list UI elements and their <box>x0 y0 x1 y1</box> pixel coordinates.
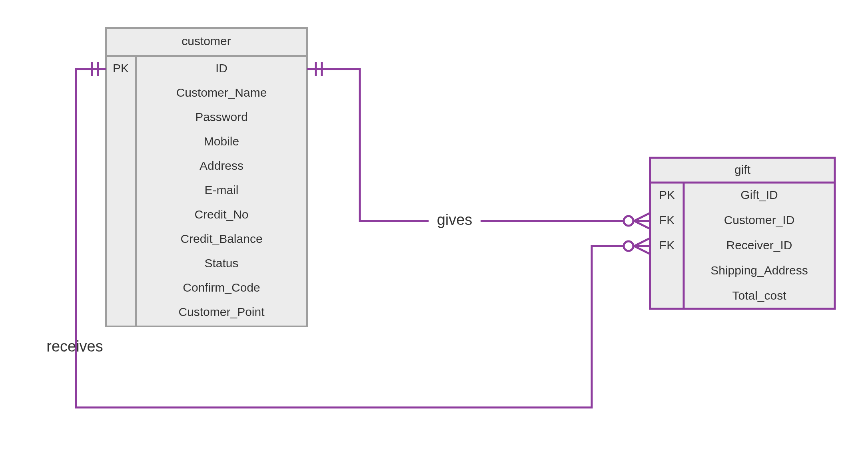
relationship-receives-label: receives <box>46 338 103 355</box>
customer-attr-7: Credit_Balance <box>180 232 262 245</box>
gift-attr-4: Total_cost <box>732 289 786 302</box>
gift-key-0: PK <box>659 188 675 201</box>
customer-attr-0: ID <box>216 62 227 75</box>
relationship-gives-label: gives <box>437 211 473 228</box>
gift-attr-2: Receiver_ID <box>726 238 792 252</box>
gift-attr-0: Gift_ID <box>740 188 778 201</box>
entity-gift-title: gift <box>734 163 751 176</box>
customer-attr-1: Customer_Name <box>176 86 267 99</box>
customer-attr-8: Status <box>204 256 238 270</box>
gift-key-1: FK <box>659 213 674 227</box>
svg-line-9 <box>634 221 650 229</box>
entity-gift: gift PK Gift_ID FK Customer_ID FK Receiv… <box>650 158 835 309</box>
erd-diagram: customer PK ID Customer_Name Password Mo… <box>0 0 868 455</box>
customer-key-0: PK <box>113 62 129 75</box>
customer-attr-3: Mobile <box>204 135 239 148</box>
customer-attr-10: Customer_Point <box>178 305 265 318</box>
crowsfoot-circle-icon <box>624 216 633 226</box>
customer-attr-4: Address <box>200 159 243 172</box>
svg-rect-3 <box>650 158 835 309</box>
crowsfoot-circle-icon <box>624 241 633 251</box>
svg-line-10 <box>634 238 650 246</box>
customer-attr-6: Credit_No <box>194 208 248 221</box>
gift-key-2: FK <box>659 238 674 252</box>
svg-line-12 <box>634 246 650 254</box>
gift-attr-3: Shipping_Address <box>710 264 808 277</box>
customer-attr-5: E-mail <box>204 183 238 197</box>
customer-attr-2: Password <box>195 110 248 123</box>
entity-customer-title: customer <box>182 34 231 48</box>
customer-attr-9: Confirm_Code <box>183 281 260 294</box>
gift-attr-1: Customer_ID <box>724 213 795 227</box>
relationship-gives: gives <box>307 62 650 232</box>
entity-customer: customer PK ID Customer_Name Password Mo… <box>106 28 307 326</box>
svg-line-7 <box>634 213 650 221</box>
